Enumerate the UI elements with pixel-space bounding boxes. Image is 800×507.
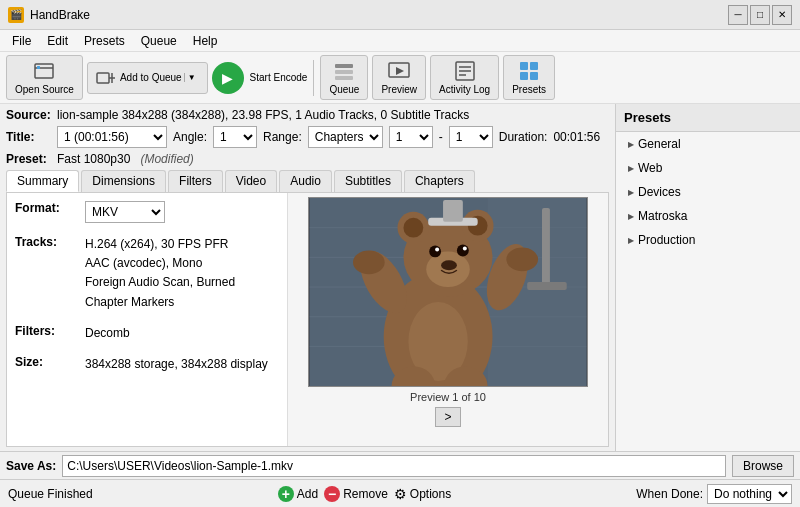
svg-rect-26: [542, 208, 550, 287]
angle-label: Angle:: [173, 130, 207, 144]
svg-point-35: [429, 245, 441, 257]
tab-dimensions[interactable]: Dimensions: [81, 170, 166, 192]
presets-label: Presets: [512, 84, 546, 95]
tracks-row: Tracks: H.264 (x264), 30 FPS PFR AAC (av…: [15, 235, 279, 312]
preset-web-label: Web: [638, 161, 662, 175]
presets-button[interactable]: Presets: [503, 55, 555, 100]
preset-matroska-label: Matroska: [638, 209, 687, 223]
preset-actions: + Add − Remove ⚙ Options: [278, 486, 451, 502]
content-row: Source: lion-sample 384x288 (384x288), 2…: [0, 104, 800, 451]
maximize-button[interactable]: □: [750, 5, 770, 25]
remove-preset-button[interactable]: − Remove: [324, 486, 388, 502]
save-bar: Save As: Browse: [0, 451, 800, 479]
queue-icon: [333, 60, 355, 82]
range-from-select[interactable]: 1: [389, 126, 433, 148]
range-to-select[interactable]: 1: [449, 126, 493, 148]
chevron-right-icon-devices: ▶: [628, 188, 634, 197]
svg-rect-5: [335, 64, 353, 68]
remove-label: Remove: [343, 487, 388, 501]
source-label: Source:: [6, 108, 51, 122]
preview-button[interactable]: Preview: [372, 55, 426, 100]
open-source-label: Open Source: [15, 84, 74, 95]
activity-log-button[interactable]: Activity Log: [430, 55, 499, 100]
svg-point-37: [435, 247, 439, 251]
start-encode-button[interactable]: ▶: [212, 62, 244, 94]
svg-rect-45: [443, 200, 463, 222]
svg-point-31: [403, 218, 423, 238]
size-label: Size:: [15, 355, 85, 374]
preview-image: [308, 197, 588, 387]
preset-production-label: Production: [638, 233, 695, 247]
svg-rect-27: [527, 282, 567, 290]
minimize-button[interactable]: ─: [728, 5, 748, 25]
add-preset-button[interactable]: + Add: [278, 486, 318, 502]
preset-devices-label: Devices: [638, 185, 681, 199]
format-row: Format: MKV: [15, 201, 279, 223]
remove-icon: −: [324, 486, 340, 502]
duration-value: 00:01:56: [553, 130, 600, 144]
menu-help[interactable]: Help: [185, 32, 226, 50]
tab-filters[interactable]: Filters: [168, 170, 223, 192]
preset-matroska[interactable]: ▶ Matroska: [616, 204, 800, 228]
add-to-queue-button[interactable]: Add to Queue ▼: [87, 62, 208, 94]
queue-button[interactable]: Queue: [320, 55, 368, 100]
range-type-select[interactable]: Chapters: [308, 126, 383, 148]
window-controls: ─ □ ✕: [728, 5, 792, 25]
tab-summary[interactable]: Summary: [6, 170, 79, 192]
svg-point-39: [441, 260, 457, 270]
title-bar: 🎬 HandBrake ─ □ ✕: [0, 0, 800, 30]
left-content: Source: lion-sample 384x288 (384x288), 2…: [0, 104, 615, 451]
preset-production[interactable]: ▶ Production: [616, 228, 800, 252]
open-source-icon: [33, 60, 55, 82]
tab-content: Format: MKV Tracks: H.264 (x264), 30 FPS…: [6, 192, 609, 447]
tab-chapters[interactable]: Chapters: [404, 170, 475, 192]
preview-icon: [388, 60, 410, 82]
options-label: Options: [410, 487, 451, 501]
summary-left: Format: MKV Tracks: H.264 (x264), 30 FPS…: [7, 193, 287, 446]
format-select[interactable]: MKV: [85, 201, 165, 223]
svg-point-36: [457, 245, 469, 257]
add-label: Add: [297, 487, 318, 501]
add-to-queue-dropdown-icon[interactable]: ▼: [184, 73, 199, 82]
preset-label: Preset:: [6, 152, 51, 166]
when-done-select[interactable]: Do nothing: [707, 484, 792, 504]
preset-value: Fast 1080p30: [57, 152, 130, 166]
preview-label: Preview: [381, 84, 417, 95]
menu-presets[interactable]: Presets: [76, 32, 133, 50]
preview-next-button[interactable]: >: [435, 407, 460, 427]
tab-audio[interactable]: Audio: [279, 170, 332, 192]
filters-label: Filters:: [15, 324, 85, 343]
chevron-right-icon-web: ▶: [628, 164, 634, 173]
toolbar-sep-1: [313, 60, 314, 96]
open-source-button[interactable]: Open Source: [6, 55, 83, 100]
svg-rect-17: [530, 72, 538, 80]
options-button[interactable]: ⚙ Options: [394, 486, 451, 502]
activity-log-icon: [454, 60, 476, 82]
menu-queue[interactable]: Queue: [133, 32, 185, 50]
track-line-4: Chapter Markers: [85, 293, 235, 312]
duration-label: Duration:: [499, 130, 548, 144]
angle-select[interactable]: 1: [213, 126, 257, 148]
svg-point-42: [353, 250, 385, 274]
track-line-3: Foreign Audio Scan, Burned: [85, 273, 235, 292]
chevron-right-icon-matroska: ▶: [628, 212, 634, 221]
svg-rect-6: [335, 70, 353, 74]
main-container: Source: lion-sample 384x288 (384x288), 2…: [0, 104, 800, 507]
tabs-row: Summary Dimensions Filters Video Audio S…: [6, 170, 609, 192]
track-line-1: H.264 (x264), 30 FPS PFR: [85, 235, 235, 254]
title-select[interactable]: 1 (00:01:56): [57, 126, 167, 148]
menu-edit[interactable]: Edit: [39, 32, 76, 50]
preset-web[interactable]: ▶ Web: [616, 156, 800, 180]
preset-general[interactable]: ▶ General: [616, 132, 800, 156]
save-as-input[interactable]: [62, 455, 726, 477]
filters-row: Filters: Decomb: [15, 324, 279, 343]
close-button[interactable]: ✕: [772, 5, 792, 25]
svg-rect-1: [37, 66, 40, 69]
tab-video[interactable]: Video: [225, 170, 277, 192]
preset-devices[interactable]: ▶ Devices: [616, 180, 800, 204]
presets-sidebar: Presets ▶ General ▶ Web ▶ Devices ▶ Matr…: [615, 104, 800, 451]
menu-file[interactable]: File: [4, 32, 39, 50]
tab-subtitles[interactable]: Subtitles: [334, 170, 402, 192]
browse-button[interactable]: Browse: [732, 455, 794, 477]
svg-point-38: [463, 246, 467, 250]
